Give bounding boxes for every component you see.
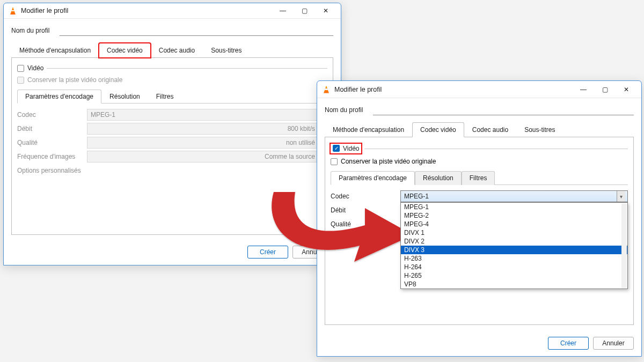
window-title: Modifier le profil xyxy=(21,7,272,14)
keep-original-label: Conserver la piste vidéo originale xyxy=(27,76,122,84)
codec-option[interactable]: DIVX 2 xyxy=(401,237,627,246)
codec-option[interactable]: H-264 xyxy=(401,263,627,271)
subtab-encoding-params[interactable]: Paramètres d'encodage xyxy=(17,90,101,104)
subtab-encoding-params[interactable]: Paramètres d'encodage xyxy=(331,171,415,185)
codec-option[interactable]: DIVX 3 xyxy=(401,246,627,254)
codec-option[interactable]: H-263 xyxy=(401,254,627,263)
codec-label: Codec xyxy=(331,193,400,200)
vlc-icon xyxy=(323,86,330,93)
close-button[interactable]: ✕ xyxy=(315,3,336,18)
keep-original-checkbox[interactable] xyxy=(331,158,338,165)
subtab-resolution[interactable]: Résolution xyxy=(415,171,462,185)
create-button[interactable]: Créer xyxy=(548,337,589,350)
codec-option[interactable]: VP8 xyxy=(401,280,627,289)
fps-label: Fréquence xyxy=(331,234,400,242)
custom-options-label: Options personnalisés xyxy=(17,167,87,174)
maximize-button[interactable]: ▢ xyxy=(594,82,616,97)
window-left: Modifier le profil — ▢ ✕ Nom du profil M… xyxy=(3,3,341,265)
profile-name-input[interactable] xyxy=(373,105,634,115)
close-button[interactable]: ✕ xyxy=(616,82,637,97)
tab-codec-video[interactable]: Codec vidéo xyxy=(412,122,464,137)
window-right: Modifier le profil — ▢ ✕ Nom du profil M… xyxy=(317,80,642,357)
tab-subtitles[interactable]: Sous-titres xyxy=(516,122,563,137)
profile-name-input[interactable] xyxy=(60,25,333,36)
quality-label: Qualité xyxy=(331,220,400,228)
create-button[interactable]: Créer xyxy=(247,246,288,258)
codec-select[interactable]: MPEG-1 ▾ xyxy=(87,109,327,121)
keep-original-label: Conserver la piste vidéo originale xyxy=(341,158,436,165)
scrollbar[interactable] xyxy=(621,203,627,288)
fps-label: Fréquence d'images xyxy=(17,153,87,160)
fps-spinner[interactable]: Comme la source ▲▼ xyxy=(87,151,327,162)
titlebar: Modifier le profil — ▢ ✕ xyxy=(4,3,341,19)
codec-option[interactable]: DIVX 1 xyxy=(401,228,627,237)
video-checkbox[interactable] xyxy=(17,65,24,72)
tab-encapsulation[interactable]: Méthode d'encapsulation xyxy=(11,43,99,58)
titlebar: Modifier le profil — ▢ ✕ xyxy=(317,81,641,98)
codec-dropdown-list[interactable]: MPEG-1MPEG-2MPEG-4DIVX 1DIVX 2DIVX 3H-26… xyxy=(400,202,628,289)
subtab-filters[interactable]: Filtres xyxy=(148,90,182,104)
codec-option[interactable]: MPEG-1 xyxy=(401,203,627,211)
subtab-filters[interactable]: Filtres xyxy=(462,171,495,185)
quality-spinner[interactable]: non utilisé ▲▼ xyxy=(87,137,327,149)
vlc-icon xyxy=(9,7,17,14)
tab-codec-video[interactable]: Codec vidéo xyxy=(99,43,151,58)
codec-label: Codec xyxy=(17,111,87,119)
window-title: Modifier le profil xyxy=(334,86,573,93)
minimize-button[interactable]: — xyxy=(272,3,294,18)
tab-codec-audio[interactable]: Codec audio xyxy=(151,43,203,58)
chevron-down-icon: ▾ xyxy=(617,191,625,202)
maximize-button[interactable]: ▢ xyxy=(294,3,315,18)
bitrate-spinner[interactable]: 800 kbit/s ▲▼ xyxy=(87,123,327,135)
subtab-resolution[interactable]: Résolution xyxy=(101,90,148,104)
video-checkbox-label: Vidéo xyxy=(343,145,359,152)
video-checkbox[interactable] xyxy=(333,145,340,152)
minimize-button[interactable]: — xyxy=(573,82,594,97)
codec-option[interactable]: MPEG-2 xyxy=(401,211,627,220)
cancel-button[interactable]: Annuler xyxy=(593,337,634,350)
codec-select-open[interactable]: MPEG-1 ▾ MPEG-1MPEG-2MPEG-4DIVX 1DIVX 2D… xyxy=(400,190,628,202)
keep-original-checkbox[interactable] xyxy=(17,77,24,84)
profile-name-label: Nom du profil xyxy=(325,106,373,114)
codec-option[interactable]: MPEG-4 xyxy=(401,220,627,228)
codec-option[interactable]: H-265 xyxy=(401,271,627,280)
quality-label: Qualité xyxy=(17,139,87,146)
bitrate-label: Débit xyxy=(331,206,400,214)
bitrate-label: Débit xyxy=(17,125,87,132)
tab-subtitles[interactable]: Sous-titres xyxy=(203,43,250,58)
video-checkbox-label: Vidéo xyxy=(27,64,43,72)
tab-codec-audio[interactable]: Codec audio xyxy=(464,122,516,137)
profile-name-label: Nom du profil xyxy=(11,27,60,34)
tab-encapsulation[interactable]: Méthode d'encapsulation xyxy=(325,122,412,137)
